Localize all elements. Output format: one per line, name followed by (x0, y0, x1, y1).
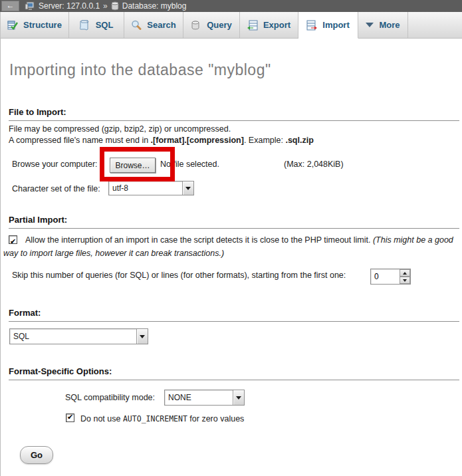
stepper-up-icon[interactable] (400, 269, 410, 277)
search-icon (131, 20, 142, 31)
back-button[interactable]: ← (1, 1, 19, 11)
tab-label: Import (322, 20, 349, 30)
tab-label: SQL (96, 20, 114, 30)
structure-icon (7, 20, 18, 31)
breadcrumb-bar: ← Server: 127.0.0.1 » Database: myblog (0, 0, 462, 12)
sql-compat-label: SQL compatibility mode: (65, 393, 155, 402)
format-specific-options-heading: Format-Specific Options: (9, 366, 459, 380)
name-rule-format: .[format].[compression] (151, 136, 244, 145)
tab-label: Search (147, 20, 175, 30)
browse-button[interactable]: Browse… (110, 158, 156, 173)
tab-label: More (379, 20, 400, 30)
tab-structure[interactable]: Structure (0, 12, 69, 38)
format-selected-value: SQL (10, 329, 136, 344)
phpmyadmin-import-page: ← Server: 127.0.0.1 » Database: myblog (0, 0, 462, 476)
server-icon (25, 1, 35, 11)
tab-export[interactable]: Export (240, 12, 298, 38)
compression-info-line: File may be compressed (gzip, bzip2, zip… (9, 124, 231, 134)
zero-values-checkbox[interactable] (66, 414, 74, 422)
file-name-rule-line: A compressed file's name must end in .[f… (9, 136, 314, 145)
allow-interrupt-row: Allow the interruption of an import in c… (3, 233, 457, 260)
tab-more[interactable]: More (358, 12, 408, 38)
allow-interrupt-checkbox[interactable] (9, 235, 17, 244)
max-upload-size-text: (Max: 2,048KiB) (284, 160, 344, 169)
go-button[interactable]: Go (20, 446, 53, 464)
page-title: Importing into the database "myblog" (9, 61, 271, 79)
breadcrumb-database[interactable]: Database: myblog (122, 1, 187, 11)
browse-label: Browse your computer: (12, 160, 98, 169)
skip-queries-label: Skip this number of queries (for SQL) or… (12, 271, 346, 280)
no-file-selected-text: No file selected. (160, 160, 219, 169)
dropdown-arrow-icon[interactable] (182, 181, 193, 195)
tab-import[interactable]: Import (298, 12, 358, 39)
charset-selected-value: utf-8 (109, 181, 182, 195)
name-rule-prefix: A compressed file's name must end in (9, 136, 151, 145)
name-rule-mid: . Example: (244, 136, 286, 145)
skip-queries-stepper (370, 269, 411, 285)
tab-label: Structure (23, 20, 62, 30)
sql-icon (80, 20, 90, 31)
export-icon (247, 20, 258, 31)
tab-query[interactable]: Query (183, 12, 240, 38)
name-rule-example: .sql.zip (285, 136, 313, 145)
tab-search[interactable]: Search (124, 12, 183, 38)
format-heading: Format: (9, 308, 459, 322)
tab-label: Export (263, 20, 290, 30)
zero-values-code: AUTO_INCREMENT (123, 414, 187, 423)
sql-compat-select[interactable]: NONE (164, 390, 245, 406)
dropdown-arrow-icon[interactable] (233, 390, 244, 405)
skip-queries-input[interactable] (371, 269, 400, 284)
charset-select[interactable]: utf-8 (108, 181, 194, 195)
file-to-import-heading: File to Import: (9, 107, 459, 121)
import-icon (306, 20, 317, 31)
query-icon (191, 20, 201, 31)
tab-bar: Structure SQL Search (0, 12, 462, 39)
partial-import-heading: Partial Import: (9, 215, 459, 229)
format-select[interactable]: SQL (9, 328, 148, 344)
allow-interrupt-text: Allow the interruption of an import in c… (25, 235, 373, 245)
zero-values-prefix: Do not use (80, 414, 123, 423)
dropdown-arrow-icon[interactable] (136, 329, 148, 344)
zero-values-label: Do not use AUTO_INCREMENT for zero value… (80, 414, 244, 423)
sql-compat-selected-value: NONE (165, 390, 233, 405)
zero-values-suffix: for zero values (187, 414, 244, 423)
tab-label: Query (207, 20, 232, 30)
database-icon (111, 1, 119, 11)
breadcrumb-separator: » (103, 1, 108, 11)
breadcrumb-server[interactable]: Server: 127.0.0.1 (39, 1, 100, 11)
chevron-down-icon (366, 23, 374, 31)
tab-sql[interactable]: SQL (69, 12, 124, 38)
charset-label: Character set of the file: (12, 184, 100, 193)
stepper-down-icon[interactable] (400, 277, 410, 284)
